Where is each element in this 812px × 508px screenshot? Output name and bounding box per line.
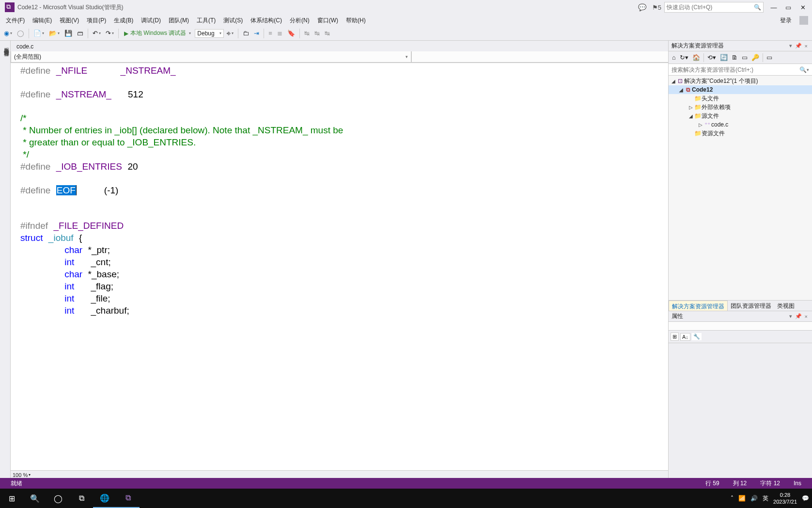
nav-forward-button[interactable]: ◯: [15, 29, 26, 38]
se-back-icon[interactable]: ↻▾: [678, 53, 690, 62]
se-sync-icon[interactable]: ⟲▾: [706, 53, 718, 62]
menu-debug[interactable]: 调试(D): [137, 15, 165, 26]
search-button[interactable]: 🔍: [23, 489, 47, 508]
volume-icon[interactable]: 🔊: [750, 495, 758, 502]
toolbar-icon-a[interactable]: ↹: [302, 29, 312, 38]
scope-dropdown[interactable]: (全局范围)▾: [11, 51, 411, 63]
tree-headers[interactable]: 📁头文件: [669, 94, 812, 103]
tree-solution-root[interactable]: ◢⊡解决方案"Code12"(1 个项目): [669, 77, 812, 85]
left-tool-rail[interactable]: 服务器资源管理器 工具箱: [0, 41, 11, 479]
start-button[interactable]: ⊞: [0, 489, 23, 508]
status-line: 行 59: [699, 479, 726, 488]
redo-button[interactable]: ↷▾: [104, 29, 116, 38]
solution-search-input[interactable]: [671, 66, 799, 73]
bookmark-icon[interactable]: 🔖: [285, 29, 297, 38]
tree-external[interactable]: ▷📁外部依赖项: [669, 103, 812, 111]
server-explorer-tab[interactable]: 服务器资源管理器: [3, 44, 10, 479]
search-icon: 🔍: [754, 4, 761, 11]
menu-edit[interactable]: 编辑(E): [29, 15, 56, 26]
step-icon[interactable]: ⇥: [252, 29, 261, 38]
menu-tools[interactable]: 工具(T): [193, 15, 219, 26]
tree-sources[interactable]: ◢📁源文件: [669, 111, 812, 120]
avatar-icon[interactable]: [799, 16, 808, 25]
menu-build[interactable]: 生成(B): [110, 15, 137, 26]
menu-test[interactable]: 测试(S): [219, 15, 247, 26]
menu-file[interactable]: 文件(F): [2, 15, 29, 26]
feedback-icon[interactable]: 💬: [635, 3, 649, 11]
task-view-icon[interactable]: ⧉: [70, 489, 93, 508]
tab-team-explorer[interactable]: 团队资源管理器: [728, 301, 774, 311]
config-dropdown[interactable]: Debug▾: [195, 29, 224, 38]
tab-class-view[interactable]: 类视图: [774, 301, 797, 311]
menu-help[interactable]: 帮助(H): [342, 15, 370, 26]
close-panel-icon[interactable]: ×: [803, 43, 809, 49]
t: _FILE_DEFINED: [53, 221, 124, 231]
comment-out-icon[interactable]: ≡: [266, 29, 274, 38]
start-debug-button[interactable]: ▶本地 Windows 调试器▾: [121, 28, 194, 38]
autohide-icon[interactable]: 📌: [794, 313, 803, 319]
undo-button[interactable]: ↶▾: [91, 29, 103, 38]
t: * greater than or equal to _IOB_ENTRIES.: [20, 137, 196, 147]
wifi-icon[interactable]: 📶: [738, 495, 746, 502]
notifications-flag[interactable]: ⚑5: [649, 4, 664, 11]
tray-up-icon[interactable]: ˄: [731, 495, 734, 502]
wrench-icon[interactable]: 🔧: [692, 333, 702, 340]
se-collapse-icon[interactable]: ▭: [740, 53, 749, 62]
close-button[interactable]: ✕: [796, 1, 810, 13]
notifications-icon[interactable]: 💬: [802, 495, 809, 502]
selection: EOF: [56, 185, 76, 195]
toolbar-icon-c[interactable]: ↹: [323, 29, 332, 38]
uncomment-icon[interactable]: ≣: [275, 29, 284, 38]
system-tray[interactable]: ˄ 📶 🔊 英 0:282023/7/21 💬: [731, 492, 812, 505]
se-preview-icon[interactable]: ▭: [765, 53, 774, 62]
quick-launch-input[interactable]: 快速启动 (Ctrl+Q) 🔍: [664, 2, 764, 13]
se-properties-icon[interactable]: 🔑: [750, 53, 761, 62]
new-project-button[interactable]: 📄▾: [31, 29, 46, 38]
t: #define: [20, 65, 50, 76]
find-in-files-icon[interactable]: 🗀: [241, 29, 251, 38]
tree-resources[interactable]: 📁资源文件: [669, 129, 812, 138]
panel-menu-icon[interactable]: ▾: [788, 43, 794, 49]
autohide-icon[interactable]: 📌: [794, 43, 803, 49]
menu-view[interactable]: 视图(V): [56, 15, 83, 26]
tab-code-c[interactable]: code.c: [12, 42, 38, 51]
t: #ifndef: [20, 221, 48, 231]
menu-window[interactable]: 窗口(W): [313, 15, 342, 26]
visual-studio-icon[interactable]: ⧉: [116, 489, 140, 508]
cortana-icon[interactable]: ◯: [47, 489, 70, 508]
t: int: [64, 305, 74, 316]
solution-search[interactable]: 🔍▾: [669, 64, 812, 76]
se-home2-icon[interactable]: 🏠: [691, 53, 702, 62]
menu-team[interactable]: 团队(M): [165, 15, 193, 26]
zoom-level[interactable]: 100 %: [13, 472, 28, 478]
categorized-icon[interactable]: ⊞: [671, 333, 679, 341]
menu-project[interactable]: 项目(P): [83, 15, 110, 26]
clock[interactable]: 0:282023/7/21: [773, 492, 797, 505]
sign-in-link[interactable]: 登录: [776, 15, 796, 26]
search-icon: 🔍: [799, 66, 807, 73]
chrome-icon[interactable]: 🌐: [93, 489, 116, 508]
menu-analyze[interactable]: 分析(N): [286, 15, 313, 26]
save-button[interactable]: 💾: [62, 29, 74, 38]
tree-project[interactable]: ◢⧉Code12: [669, 85, 812, 94]
t: */: [20, 149, 29, 159]
minimize-button[interactable]: —: [766, 1, 781, 13]
se-home-icon[interactable]: ⌂: [671, 53, 677, 62]
solution-tree[interactable]: ◢⊡解决方案"Code12"(1 个项目) ◢⧉Code12 📁头文件 ▷📁外部…: [669, 76, 812, 300]
se-refresh-icon[interactable]: 🔄: [718, 53, 729, 62]
nav-back-button[interactable]: ◉▾: [2, 29, 14, 38]
close-panel-icon[interactable]: ×: [803, 314, 809, 319]
t: struct: [20, 233, 43, 243]
save-all-button[interactable]: 🗃: [75, 29, 85, 38]
tree-code-c[interactable]: ▷⁺⁺code.c: [669, 120, 812, 129]
open-file-button[interactable]: 📂▾: [47, 29, 62, 38]
toolbar-icon-b[interactable]: ↹: [312, 29, 322, 38]
se-showall-icon[interactable]: 🗎: [730, 53, 739, 62]
alphabetical-icon[interactable]: A↓: [680, 333, 690, 341]
platform-button[interactable]: ⎆▾: [225, 29, 235, 38]
maximize-button[interactable]: ▭: [781, 1, 796, 13]
panel-menu-icon[interactable]: ▾: [788, 313, 794, 319]
menu-architecture[interactable]: 体系结构(C): [247, 15, 286, 26]
tab-solution-explorer[interactable]: 解决方案资源管理器: [669, 301, 728, 311]
ime-indicator[interactable]: 英: [763, 494, 768, 503]
